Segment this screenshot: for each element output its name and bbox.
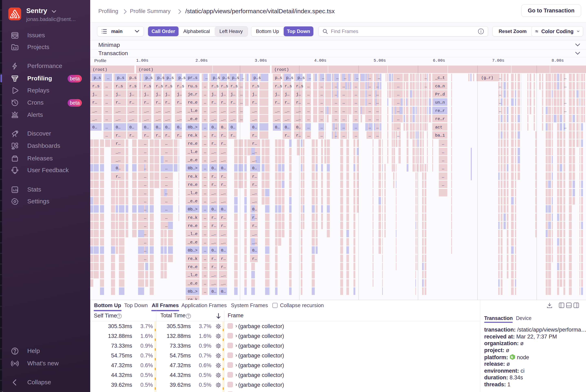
svg-text:0…: 0… xyxy=(221,166,226,170)
svg-text:0…: 0… xyxy=(129,125,134,130)
svg-text:r…: r… xyxy=(221,133,226,138)
svg-text:…: … xyxy=(165,182,168,187)
svg-text:(root): (root) xyxy=(93,67,107,72)
svg-text:0…: 0… xyxy=(211,207,216,212)
svg-text:r…: r… xyxy=(165,133,170,138)
svg-text:_…: _… xyxy=(211,273,216,278)
svg-text:r…: r… xyxy=(211,174,216,179)
svg-text:r…: r… xyxy=(252,256,257,261)
svg-text:r…s: r…s xyxy=(252,84,259,88)
svg-text:r…s: r…s xyxy=(165,84,173,88)
svg-text:0b…>: 0b…> xyxy=(188,166,198,170)
svg-text:…: … xyxy=(336,76,339,80)
svg-text:…: … xyxy=(144,215,146,220)
svg-text:_…: _… xyxy=(252,232,257,236)
svg-text:(g…r): (g…r) xyxy=(481,76,493,80)
svg-text:0…: 0… xyxy=(116,125,121,130)
svg-text:ru…s: ru…s xyxy=(188,84,198,88)
svg-text:…: … xyxy=(144,166,146,170)
svg-text:_…: _… xyxy=(211,116,216,121)
svg-text:r…: r… xyxy=(221,182,226,187)
svg-text:…: … xyxy=(564,100,566,105)
svg-text:Pr…d: Pr…d xyxy=(435,92,445,97)
svg-text:…: … xyxy=(204,248,206,253)
svg-text:…: … xyxy=(369,108,371,113)
svg-text:0b…>: 0b…> xyxy=(188,207,198,212)
svg-text:r…s: r…s xyxy=(285,84,292,88)
svg-text:…: … xyxy=(356,76,359,80)
svg-text:r…: r… xyxy=(252,182,257,187)
svg-text:_…: _… xyxy=(177,108,182,113)
svg-text:…: … xyxy=(204,174,206,179)
svg-text:0…: 0… xyxy=(116,166,121,170)
svg-text:…: … xyxy=(204,166,206,170)
svg-text:r…s: r…s xyxy=(221,84,228,88)
svg-text:r…: r… xyxy=(92,100,97,105)
svg-text:…: … xyxy=(204,116,206,121)
svg-text:_…: _… xyxy=(165,108,170,113)
svg-text:_…: _… xyxy=(252,108,257,113)
svg-text:_e…e: _e…e xyxy=(188,116,198,121)
svg-text:…: … xyxy=(397,108,399,113)
svg-text:ba…1: ba…1 xyxy=(435,133,445,138)
svg-text:_…: _… xyxy=(284,116,290,121)
svg-text:…: … xyxy=(355,92,357,97)
svg-text:0…: 0… xyxy=(285,125,290,130)
svg-text:…: … xyxy=(376,133,379,138)
svg-text:…: … xyxy=(442,150,444,154)
svg-text:…: … xyxy=(397,133,399,138)
svg-text:…: … xyxy=(204,150,206,154)
svg-text:_…: _… xyxy=(296,108,301,113)
svg-text:0…: 0… xyxy=(221,289,226,294)
svg-text:…: … xyxy=(204,84,206,88)
svg-text:…: … xyxy=(106,100,108,105)
svg-text:…: … xyxy=(355,100,357,105)
svg-text:…: … xyxy=(204,224,206,228)
svg-text:…: … xyxy=(165,141,168,146)
svg-text:r…: r… xyxy=(252,100,257,105)
svg-text:0…: 0… xyxy=(165,125,170,130)
svg-text:…: … xyxy=(442,158,444,162)
svg-text:(root): (root) xyxy=(139,67,153,72)
svg-text:j…: j… xyxy=(156,92,161,97)
svg-text:0…: 0… xyxy=(221,125,226,130)
svg-text:…: … xyxy=(369,133,371,138)
svg-text:_…: _… xyxy=(211,232,216,236)
svg-text:…: … xyxy=(342,108,345,113)
svg-text:…: … xyxy=(165,199,168,204)
svg-text:…: … xyxy=(355,133,357,138)
svg-text:…: … xyxy=(342,92,345,97)
svg-text:r…: r… xyxy=(231,100,235,105)
svg-text:r…: r… xyxy=(221,215,226,220)
svg-text:_l…e: _l…e xyxy=(188,273,198,278)
svg-text:…: … xyxy=(344,76,346,80)
svg-text:…: … xyxy=(240,84,243,88)
svg-text:…: … xyxy=(376,125,379,130)
svg-text:_…: _… xyxy=(116,108,121,113)
svg-text:_…: _… xyxy=(221,232,226,236)
svg-text:r…: r… xyxy=(252,224,257,228)
svg-text:…: … xyxy=(320,100,323,105)
svg-text:…: … xyxy=(240,108,243,113)
svg-text:…: … xyxy=(397,125,399,130)
svg-text:_…: _… xyxy=(129,116,134,121)
svg-text:_…: _… xyxy=(211,281,216,286)
svg-text:p…s: p…s xyxy=(222,76,230,80)
svg-text:r…: r… xyxy=(221,264,226,269)
svg-text:r…: r… xyxy=(116,100,121,105)
svg-text:r…: r… xyxy=(211,256,216,261)
svg-text:_…: _… xyxy=(221,116,226,121)
svg-text:_…: _… xyxy=(129,108,134,113)
svg-text:…: … xyxy=(307,125,310,130)
svg-text:…: … xyxy=(240,92,243,97)
svg-text:_…: _… xyxy=(211,150,216,154)
svg-text:_…: _… xyxy=(252,158,257,162)
svg-text:_…: _… xyxy=(221,191,226,196)
svg-text:r…: r… xyxy=(252,174,257,179)
svg-text:…: … xyxy=(144,240,146,245)
svg-text:un…n: un…n xyxy=(435,100,445,105)
svg-text:je…r: je…r xyxy=(188,92,198,97)
svg-text:_l…e: _l…e xyxy=(188,232,198,236)
svg-text:0…: 0… xyxy=(211,166,216,170)
svg-text:…: … xyxy=(369,92,371,97)
